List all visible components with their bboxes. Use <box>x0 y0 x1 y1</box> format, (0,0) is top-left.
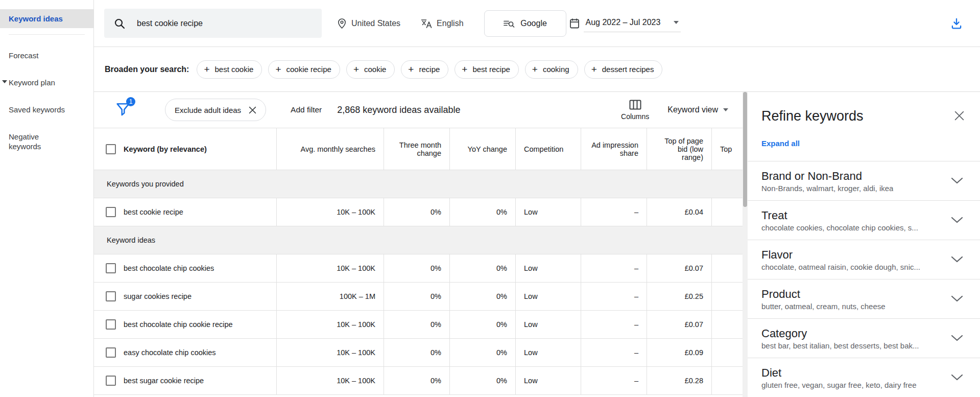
cell-yoy: 0% <box>449 339 515 366</box>
refine-section-list: Brand or Non-Brand Non-Brands, walmart, … <box>748 161 980 397</box>
refine-section-category[interactable]: Category best bar, best italian, best de… <box>748 318 980 358</box>
header-col-4[interactable]: Competition <box>515 128 581 170</box>
broaden-chip[interactable]: + best recipe <box>455 60 518 79</box>
refine-section-flavor[interactable]: Flavor chocolate, oatmeal raisin, cookie… <box>748 240 980 279</box>
filter-button[interactable]: 1 <box>115 101 132 119</box>
cell-yoy: 0% <box>449 311 515 338</box>
section-band: Keyword ideas <box>94 226 743 254</box>
columns-icon <box>629 100 641 110</box>
keyword-ideas-count: 2,868 keyword ideas available <box>337 105 460 115</box>
sidebar-item-label: Keyword plan <box>9 78 55 87</box>
cell-top_low: £0.09 <box>647 339 711 366</box>
sidebar: Keyword ideasForecastKeyword planSaved k… <box>0 0 94 397</box>
cell-yoy: 0% <box>449 198 515 226</box>
table-header-row: Keyword (by relevance)Avg. monthly searc… <box>94 128 743 170</box>
sidebar-item-label: Negative keywords <box>9 132 41 151</box>
keyword-table: Keyword (by relevance)Avg. monthly searc… <box>94 128 743 397</box>
broaden-chip[interactable]: + cookie <box>346 60 395 79</box>
header-col-3[interactable]: YoY change <box>449 128 515 170</box>
table-body: Keywords you provided best cookie recipe… <box>94 170 743 395</box>
close-icon[interactable] <box>249 106 256 114</box>
refine-section-treat[interactable]: Treat chocolate cookies, chocolate chip … <box>748 200 980 240</box>
header-col-7[interactable]: Top <box>711 128 743 170</box>
sidebar-item-label: Keyword ideas <box>9 14 63 23</box>
header-col-6[interactable]: Top of page bid (low range) <box>647 128 711 170</box>
cell-three_month: 0% <box>384 283 449 310</box>
refine-section-text: Flavor chocolate, oatmeal raisin, cookie… <box>761 247 920 272</box>
refine-section-brand-or-non-brand[interactable]: Brand or Non-Brand Non-Brands, walmart, … <box>748 161 980 200</box>
columns-button[interactable]: Columns <box>621 100 649 121</box>
sidebar-item-keyword-ideas[interactable]: Keyword ideas <box>0 9 93 28</box>
table-area: 1 Exclude adult ideas Add filter 2,868 k… <box>94 92 743 397</box>
keyword-view-dropdown[interactable]: Keyword view <box>667 105 728 114</box>
search-network-selector[interactable]: Google <box>484 10 566 37</box>
cell-clipped <box>711 367 743 394</box>
vertical-scrollbar[interactable] <box>743 92 748 397</box>
keyword-cell: best sugar cookie recipe <box>94 367 276 394</box>
row-checkbox[interactable] <box>106 319 116 330</box>
refine-section-text: Treat chocolate cookies, chocolate chip … <box>761 208 918 233</box>
refine-section-text: Diet gluten free, vegan, sugar free, ket… <box>761 365 917 390</box>
sidebar-item-keyword-plan[interactable]: Keyword plan <box>0 69 93 96</box>
header-keyword-label: Keyword (by relevance) <box>124 145 207 153</box>
plus-icon: + <box>532 64 538 74</box>
search-icon <box>113 17 126 30</box>
cell-three_month: 0% <box>384 254 449 282</box>
scrollbar-thumb[interactable] <box>743 92 747 207</box>
exclude-adult-ideas-chip[interactable]: Exclude adult ideas <box>165 99 266 121</box>
network-label: Google <box>520 19 547 28</box>
sidebar-item-saved-keywords[interactable]: Saved keywords <box>0 96 93 123</box>
date-range-selector[interactable]: Aug 2022 – Jul 2023 <box>569 15 681 32</box>
download-button[interactable] <box>950 17 963 30</box>
keyword-cell: best chocolate chip cookie recipe <box>94 311 276 338</box>
refine-keywords-panel: Refine keywords Expand all Brand or Non-… <box>748 92 980 397</box>
header-col-1[interactable]: Avg. monthly searches <box>276 128 384 170</box>
cell-three_month: 0% <box>384 367 449 394</box>
language-selector[interactable]: English <box>421 18 463 29</box>
row-checkbox[interactable] <box>106 347 116 358</box>
table-row: best chocolate chip cookie recipe 10K – … <box>94 311 743 339</box>
header-col-2[interactable]: Three month change <box>384 128 449 170</box>
keyword-cell: best cookie recipe <box>94 198 276 226</box>
plus-icon: + <box>408 64 414 74</box>
cell-competition: Low <box>515 339 581 366</box>
cell-avg: 100K – 1M <box>276 283 384 310</box>
broaden-chip[interactable]: + recipe <box>401 60 448 79</box>
select-all-checkbox[interactable] <box>106 144 116 154</box>
row-checkbox[interactable] <box>106 376 116 386</box>
table-row: best cookie recipe 10K – 100K0%0%Low–£0.… <box>94 198 743 226</box>
expand-all-link[interactable]: Expand all <box>761 139 800 148</box>
chevron-down-icon <box>723 108 728 111</box>
sidebar-item-forecast[interactable]: Forecast <box>0 42 93 69</box>
row-checkbox[interactable] <box>106 291 116 301</box>
cell-ad_impression: – <box>581 367 647 394</box>
expander-triangle-icon[interactable] <box>2 80 7 83</box>
date-range-label: Aug 2022 – Jul 2023 <box>586 18 661 27</box>
broaden-chip[interactable]: + cookie recipe <box>268 60 340 79</box>
sidebar-item-negative-keywords[interactable]: Negative keywords <box>0 123 93 160</box>
broaden-chip[interactable]: + dessert recipes <box>584 60 663 79</box>
add-filter-button[interactable]: Add filter <box>291 105 322 114</box>
cell-clipped <box>711 198 743 226</box>
download-icon <box>950 17 963 30</box>
broaden-chip[interactable]: + best cookie <box>197 60 262 79</box>
cell-competition: Low <box>515 198 581 226</box>
cell-avg: 10K – 100K <box>276 311 384 338</box>
location-selector[interactable]: United States <box>337 18 400 29</box>
cell-competition: Low <box>515 254 581 282</box>
keyword-search-box[interactable] <box>104 9 322 38</box>
refine-section-product[interactable]: Product butter, oatmeal, cream, nuts, ch… <box>748 279 980 318</box>
refine-section-diet[interactable]: Diet gluten free, vegan, sugar free, ket… <box>748 358 980 397</box>
header-keyword[interactable]: Keyword (by relevance) <box>94 128 276 170</box>
close-panel-button[interactable] <box>954 110 965 121</box>
section-band: Keywords you provided <box>94 170 743 198</box>
row-checkbox[interactable] <box>106 207 116 217</box>
header-col-5[interactable]: Ad impression share <box>581 128 647 170</box>
columns-label: Columns <box>621 112 649 121</box>
cell-top_low: £0.25 <box>647 283 711 310</box>
broaden-chip[interactable]: + cooking <box>525 60 578 79</box>
search-input[interactable] <box>136 18 313 29</box>
calendar-icon <box>569 18 580 29</box>
row-checkbox[interactable] <box>106 263 116 273</box>
cell-top_low: £0.04 <box>647 198 711 226</box>
